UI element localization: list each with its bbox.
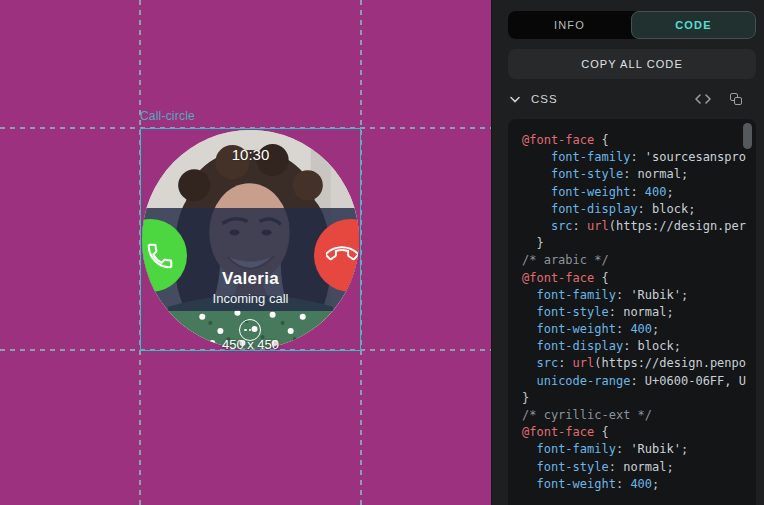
scrollbar-thumb[interactable] xyxy=(743,123,752,149)
design-canvas[interactable]: Call-circle xyxy=(0,0,491,505)
copy-all-code-button[interactable]: COPY ALL CODE xyxy=(508,49,756,79)
call-status-text: Incoming call xyxy=(142,291,359,306)
css-section-header: CSS xyxy=(508,79,756,119)
app-window: Call-circle xyxy=(0,0,764,505)
selection-size-badge: 450 x 450 xyxy=(140,337,361,352)
selected-layer-label[interactable]: Call-circle xyxy=(140,109,195,123)
phone-decline-icon xyxy=(326,240,358,272)
chevron-down-icon[interactable] xyxy=(508,94,522,105)
panel-tab-strip: INFO CODE xyxy=(508,11,756,39)
code-brackets-icon[interactable] xyxy=(695,94,711,104)
caller-name: Valeria xyxy=(142,269,359,289)
css-section-title: CSS xyxy=(531,93,558,105)
incoming-call-avatar: 10:30 Valeria Incoming call xyxy=(142,130,359,349)
css-code-text: @font-face { font-family: 'sourcesanspro… xyxy=(522,132,756,493)
call-time: 10:30 xyxy=(142,146,359,163)
tab-code[interactable]: CODE xyxy=(631,11,756,39)
call-circle-component[interactable]: 10:30 Valeria Incoming call xyxy=(140,128,361,351)
tab-info[interactable]: INFO xyxy=(508,11,631,39)
inspect-panel: INFO CODE COPY ALL CODE CSS @font-face {… xyxy=(491,0,764,505)
copy-icon[interactable] xyxy=(730,93,746,105)
phone-answer-icon xyxy=(145,241,175,271)
css-code-block: @font-face { font-family: 'sourcesanspro… xyxy=(508,119,756,505)
